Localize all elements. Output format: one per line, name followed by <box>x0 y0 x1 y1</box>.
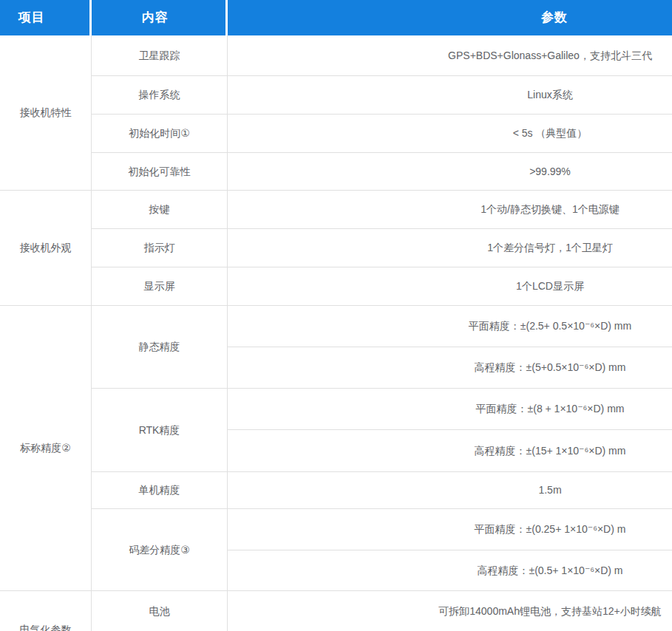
param-init-time: < 5s （典型值） <box>228 115 672 153</box>
content-init-reliability: 初始化可靠性 <box>92 153 228 191</box>
content-static-accuracy: 静态精度 <box>92 306 228 389</box>
section-receiver-appearance: 接收机外观 <box>0 191 92 306</box>
param-static-accuracy-vertical: 高程精度：±(5+0.5×10⁻⁶×D) mm <box>228 347 672 389</box>
param-code-diff-accuracy-horizontal: 平面精度：±(0.25+ 1×10⁻⁶×D) m <box>228 509 672 550</box>
spec-table-viewport: 项目 内容 参数 接收机特性 卫星跟踪 GPS+BDS+Glonass+Gali… <box>0 0 672 631</box>
param-rtk-accuracy-vertical: 高程精度：±(15+ 1×10⁻⁶×D) mm <box>228 430 672 472</box>
param-battery: 可拆卸14000mAh锂电池，支持基站12+小时续航 <box>228 591 672 631</box>
content-init-time: 初始化时间① <box>92 115 228 153</box>
content-rtk-accuracy: RTK精度 <box>92 389 228 472</box>
content-satellite-tracking: 卫星跟踪 <box>92 35 228 76</box>
param-operating-system: Linux系统 <box>228 76 672 115</box>
content-operating-system: 操作系统 <box>92 76 228 115</box>
content-display-screen: 显示屏 <box>92 267 228 306</box>
param-rtk-accuracy-horizontal: 平面精度：±(8 + 1×10⁻⁶×D) mm <box>228 389 672 430</box>
param-display-screen: 1个LCD显示屏 <box>228 267 672 306</box>
param-satellite-tracking: GPS+BDS+Glonass+Galileo，支持北斗三代 <box>228 35 672 76</box>
param-buttons: 1个动/静态切换键、1个电源键 <box>228 191 672 229</box>
param-indicator-lights: 1个差分信号灯，1个卫星灯 <box>228 229 672 267</box>
content-buttons: 按键 <box>92 191 228 229</box>
content-battery: 电池 <box>92 591 228 631</box>
section-receiver-features: 接收机特性 <box>0 35 92 191</box>
content-code-diff-accuracy: 码差分精度③ <box>92 509 228 591</box>
header-content: 内容 <box>92 0 228 35</box>
section-nominal-accuracy: 标称精度② <box>0 306 92 591</box>
spec-table: 项目 内容 参数 接收机特性 卫星跟踪 GPS+BDS+Glonass+Gali… <box>0 0 672 631</box>
param-init-reliability: >99.99% <box>228 153 672 191</box>
section-electrical-params: 电气化参数 <box>0 591 92 631</box>
header-item: 项目 <box>0 0 92 35</box>
header-param: 参数 <box>228 0 672 35</box>
content-standalone-accuracy: 单机精度 <box>92 472 228 509</box>
param-standalone-accuracy: 1.5m <box>228 472 672 509</box>
content-indicator-lights: 指示灯 <box>92 229 228 267</box>
param-code-diff-accuracy-vertical: 高程精度：±(0.5+ 1×10⁻⁶×D) m <box>228 550 672 591</box>
param-static-accuracy-horizontal: 平面精度：±(2.5+ 0.5×10⁻⁶×D) mm <box>228 306 672 347</box>
